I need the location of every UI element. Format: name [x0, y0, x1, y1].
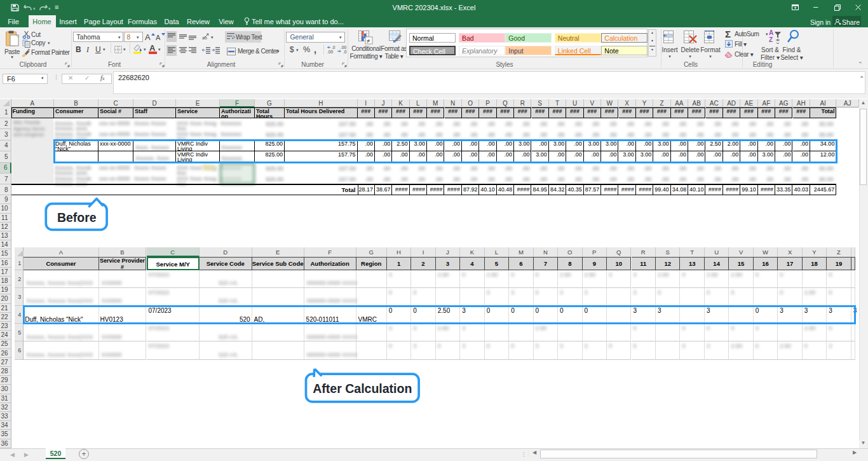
svg-text:Before: Before	[57, 210, 97, 224]
svg-text:Z: Z	[769, 36, 773, 43]
svg-text:After Calculation: After Calculation	[313, 382, 412, 396]
svg-text:≠: ≠	[367, 37, 370, 44]
svg-text:A: A	[769, 29, 773, 36]
svg-text:.00: .00	[327, 50, 333, 54]
svg-text:ab: ab	[202, 36, 207, 40]
